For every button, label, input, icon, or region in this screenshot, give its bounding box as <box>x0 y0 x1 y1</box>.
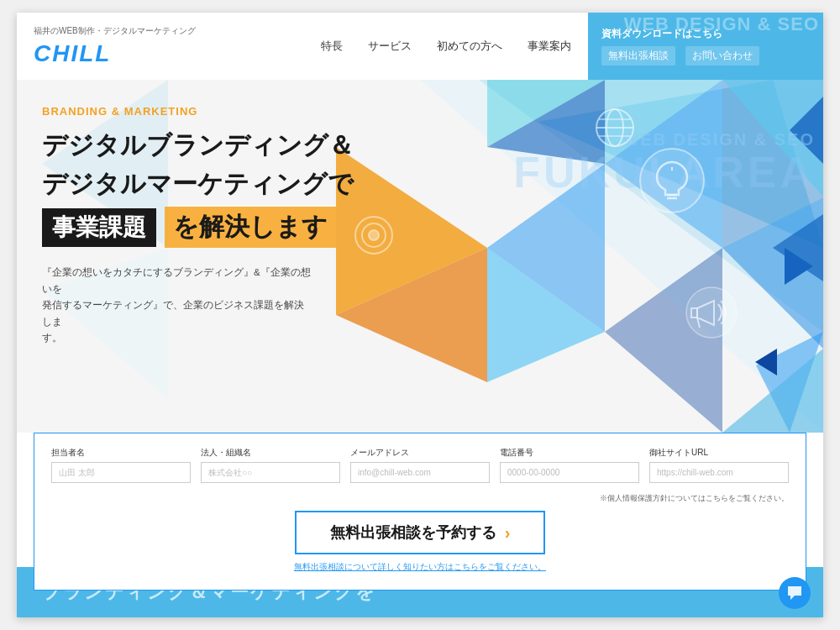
header: 福井のWEB制作・デジタルマーケティング CHILL 特長 サービス 初めての方… <box>17 13 823 80</box>
cta-area: 無料出張相談を予約する › 無料出張相談について詳しく知りたい方はこちらをご覧く… <box>51 511 789 573</box>
contact-link[interactable]: お問い合わせ <box>685 46 759 66</box>
chat-icon <box>786 585 803 601</box>
chevron-right-icon: › <box>505 523 511 543</box>
field-input-org[interactable] <box>201 462 340 483</box>
field-input-name[interactable] <box>51 462 191 483</box>
nav-item-services[interactable]: サービス <box>368 39 412 54</box>
hero-section: WEB DESIGN & SEO FUKUI AREA <box>17 80 823 433</box>
hero-title-line3: 事業課題 を解決します <box>42 207 798 248</box>
field-label-phone: 電話番号 <box>500 447 639 459</box>
nav: 特長 サービス 初めての方へ 事業案内 <box>304 13 588 80</box>
field-label-name: 担当者名 <box>51 447 191 459</box>
hero-title-suffix: を解決します <box>165 207 336 248</box>
form-field-org: 法人・組織名 <box>201 447 340 483</box>
field-input-phone[interactable] <box>500 462 639 483</box>
hero-badge: 事業課題 <box>42 208 156 247</box>
branding-label: BRANDING & MARKETING <box>42 105 798 118</box>
free-consult-link[interactable]: 無料出張相談 <box>601 46 675 66</box>
site-tagline: 福井のWEB制作・デジタルマーケティング <box>34 25 287 37</box>
header-right: WEB DESIGN & SEO 資料ダウンロードはこちら 無料出張相談 お問い… <box>588 13 823 80</box>
arrow-left-decoration <box>755 349 777 375</box>
cta-label: 無料出張相談を予約する <box>330 522 496 543</box>
form-fields: 担当者名 法人・組織名 メールアドレス 電話番号 御社サイトURL <box>51 447 789 483</box>
header-left: 福井のWEB制作・デジタルマーケティング CHILL <box>17 13 304 80</box>
field-label-email: メールアドレス <box>350 447 490 459</box>
field-input-url[interactable] <box>649 462 789 483</box>
arrow-right-decoration <box>785 248 813 285</box>
form-field-phone: 電話番号 <box>500 447 639 483</box>
header-links: 無料出張相談 お問い合わせ <box>601 46 810 66</box>
form-field-name: 担当者名 <box>51 447 191 483</box>
hero-title-line1: デジタルブランディング＆ <box>42 128 798 163</box>
nav-item-beginners[interactable]: 初めての方へ <box>437 39 502 54</box>
cta-button[interactable]: 無料出張相談を予約する › <box>295 511 546 554</box>
form-section: 担当者名 法人・組織名 メールアドレス 電話番号 御社サイトURL ※個人情報保… <box>34 433 806 591</box>
logo[interactable]: CHILL <box>34 40 287 67</box>
hero-content: BRANDING & MARKETING デジタルブランディング＆ デジタルマー… <box>17 80 823 364</box>
cta-sublink[interactable]: 無料出張相談について詳しく知りたい方はこちらをご覧ください。 <box>51 561 789 573</box>
form-field-email: メールアドレス <box>350 447 490 483</box>
hero-title-line2: デジタルマーケティングで <box>42 166 798 202</box>
nav-item-business[interactable]: 事業案内 <box>528 39 571 54</box>
field-label-url: 御社サイトURL <box>649 447 789 459</box>
field-input-email[interactable] <box>350 462 490 483</box>
nav-item-features[interactable]: 特長 <box>321 39 343 54</box>
privacy-note: ※個人情報保護方針についてはこちらをご覧ください。 <box>51 493 789 504</box>
page-wrapper: 福井のWEB制作・デジタルマーケティング CHILL 特長 サービス 初めての方… <box>17 13 823 617</box>
chat-bubble-button[interactable] <box>779 577 811 609</box>
hero-description: 『企業の想いをカタチにするブランディング』&『企業の想いを 発信するマーケティン… <box>42 265 311 347</box>
form-field-url: 御社サイトURL <box>649 447 789 483</box>
field-label-org: 法人・組織名 <box>201 447 340 459</box>
header-download[interactable]: 資料ダウンロードはこちら <box>601 27 810 41</box>
